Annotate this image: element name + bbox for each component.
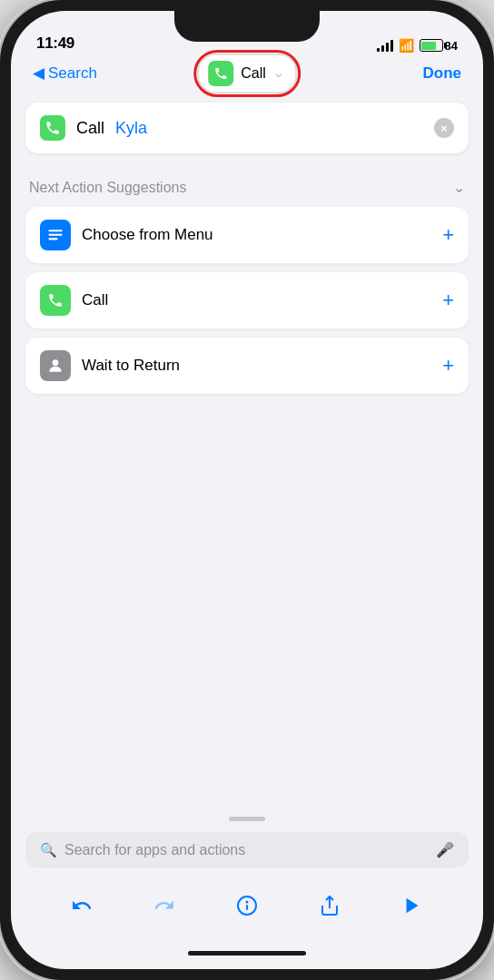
notch [174, 11, 320, 42]
suggestion-add-wait-return[interactable]: + [442, 354, 454, 377]
home-indicator [11, 936, 483, 969]
bottom-area: 🔍 Search for apps and actions 🎤 [11, 809, 483, 936]
microphone-icon[interactable]: 🎤 [436, 841, 454, 858]
battery-percent: 84 [445, 39, 458, 53]
svg-rect-0 [49, 230, 63, 231]
svg-rect-2 [49, 238, 58, 240]
info-button[interactable] [227, 886, 267, 926]
toolbar [25, 882, 469, 936]
suggestion-item-call[interactable]: Call + [25, 272, 469, 328]
suggestion-item-wait-return[interactable]: Wait to Return + [25, 338, 469, 394]
action-card-contact: Kyla [115, 119, 147, 138]
suggestion-label-call: Call [82, 291, 108, 309]
share-button[interactable] [310, 886, 350, 926]
clear-icon: × [440, 122, 448, 135]
suggestion-label-wait-return: Wait to Return [82, 357, 180, 375]
suggestion-add-call[interactable]: + [442, 289, 454, 312]
pill-chevron-icon: ⌵ [275, 66, 282, 80]
choose-menu-icon [40, 220, 71, 250]
back-label: Search [48, 64, 97, 83]
drag-handle [229, 817, 265, 821]
action-call-icon [40, 115, 65, 141]
wifi-icon: 📶 [399, 38, 414, 53]
pill-call-icon [208, 61, 233, 86]
back-chevron-icon: ◀ [33, 64, 44, 83]
svg-rect-1 [49, 234, 63, 236]
battery-icon: 84 [420, 39, 458, 53]
clear-action-button[interactable]: × [434, 118, 454, 138]
phone-frame: 11:49 📶 84 ◀ [0, 0, 494, 980]
done-button[interactable]: Done [423, 64, 462, 83]
svg-point-3 [53, 359, 59, 366]
svg-marker-8 [407, 898, 419, 914]
play-button[interactable] [392, 886, 432, 926]
status-right: 📶 84 [377, 38, 458, 53]
home-bar [188, 951, 306, 956]
main-content: Call Kyla × Next Action Suggestions ⌄ [11, 93, 483, 456]
status-time: 11:49 [36, 34, 74, 53]
search-placeholder: Search for apps and actions [64, 842, 429, 858]
done-label: Done [423, 64, 462, 82]
call-suggestion-icon [40, 285, 71, 316]
phone-screen: 11:49 📶 84 ◀ [11, 11, 483, 969]
redo-button[interactable] [144, 886, 184, 926]
pill-label: Call [241, 65, 266, 82]
suggestion-add-choose-menu[interactable]: + [442, 223, 454, 247]
search-bar[interactable]: 🔍 Search for apps and actions 🎤 [25, 832, 469, 867]
back-button[interactable]: ◀ Search [33, 64, 97, 83]
action-card-label: Call [76, 119, 104, 138]
suggestions-chevron-icon: ⌄ [453, 179, 465, 196]
suggestions-title: Next Action Suggestions [29, 180, 186, 196]
signal-bars-icon [377, 39, 393, 52]
search-icon: 🔍 [40, 842, 57, 858]
current-action-card: Call Kyla × [25, 103, 469, 153]
nav-bar: ◀ Search Call ⌵ Done [11, 60, 483, 93]
suggestion-item-choose-menu[interactable]: Choose from Menu + [25, 207, 469, 263]
wait-return-icon [40, 350, 71, 381]
suggestions-header[interactable]: Next Action Suggestions ⌄ [25, 175, 469, 207]
undo-button[interactable] [62, 886, 102, 926]
suggestion-label-choose-menu: Choose from Menu [82, 226, 213, 244]
